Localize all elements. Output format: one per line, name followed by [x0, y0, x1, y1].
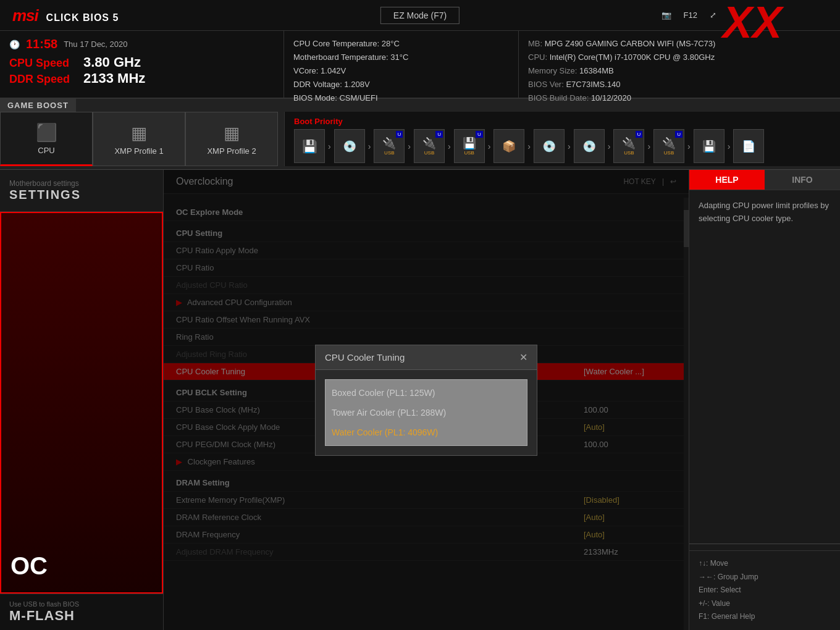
boost-tabs: ⬛ CPU ▦ XMP Profile 1 ▦ XMP Profile 2	[0, 112, 284, 166]
modal-options-box: Boxed Cooler (PL1: 125W) Tower Air Coole…	[325, 379, 527, 446]
boot-item[interactable]: U🔌USB	[414, 129, 445, 163]
f12-label: F12	[684, 10, 697, 20]
help-divider	[689, 544, 840, 544]
boot-item[interactable]: 💿	[334, 129, 365, 163]
modal-close-button[interactable]: ✕	[519, 351, 527, 363]
cpu-speed-row: CPU Speed 3.80 GHz	[9, 54, 274, 70]
ddr-speed-row: DDR Speed 2133 MHz	[9, 70, 274, 86]
settings-label: SETTINGS	[9, 188, 154, 202]
boot-arrow: ›	[687, 141, 691, 151]
ez-mode-button[interactable]: EZ Mode (F7)	[380, 7, 460, 24]
boot-item[interactable]: 💿	[534, 129, 565, 163]
option-boxed-cooler[interactable]: Boxed Cooler (PL1: 125W)	[326, 383, 527, 403]
info-left: 🕐 11:58 Thu 17 Dec, 2020 CPU Speed 3.80 …	[0, 31, 284, 98]
bios-ver-info: BIOS Ver: E7C73IMS.140	[528, 78, 831, 91]
xmp1-icon: ▦	[131, 123, 147, 143]
boot-item[interactable]: 💿	[574, 129, 605, 163]
sidebar: Motherboard settings SETTINGS OC Use USB…	[0, 170, 164, 630]
modal-title: CPU Cooler Tuning	[325, 352, 405, 363]
shortcut-group-jump: →←: Group Jump	[699, 571, 831, 584]
date-display: Thu 17 Dec, 2020	[64, 40, 127, 49]
mflash-label: M-FLASH	[9, 608, 154, 624]
fullscreen-icon[interactable]: ⤢	[710, 10, 716, 20]
ddr-speed-value: 2133 MHz	[83, 70, 145, 86]
boot-arrow: ›	[408, 141, 411, 151]
option-water-cooler[interactable]: Water Cooler (PL1: 4096W)	[326, 422, 527, 442]
cpu-speed-label: CPU Speed	[9, 57, 77, 70]
msi-logo: msi CLICK BIOS 5	[9, 6, 119, 25]
bios-name: CLICK BIOS 5	[46, 12, 119, 23]
top-right-icons: 📷 F12 ⤢	[662, 10, 716, 20]
boot-item[interactable]: U🔌USB	[653, 129, 684, 163]
info-middle: CPU Core Temperature: 28°C Motherboard T…	[284, 31, 519, 98]
sidebar-settings[interactable]: Motherboard settings SETTINGS	[0, 170, 163, 212]
boot-item[interactable]: U🔌USB	[374, 129, 405, 163]
boot-item[interactable]: 📄	[733, 129, 764, 163]
cpu-speed-value: 3.80 GHz	[83, 54, 141, 70]
boot-arrow: ›	[488, 141, 491, 151]
boost-tab-cpu[interactable]: ⬛ CPU	[0, 112, 93, 166]
boot-priority-area: Boot Priority 💾 › 💿 › U🔌USB › U🔌USB › U💾…	[284, 112, 840, 166]
memory-info: Memory Size: 16384MB	[528, 64, 831, 78]
boost-tab-xmp2[interactable]: ▦ XMP Profile 2	[185, 112, 278, 166]
game-boost-label: GAME BOOST	[0, 99, 76, 112]
main-layout: Motherboard settings SETTINGS OC Use USB…	[0, 170, 840, 630]
help-text: Adapting CPU power limit profiles by sel…	[699, 200, 831, 225]
info-tab-button[interactable]: INFO	[765, 170, 840, 190]
shortcut-value: +/-: Value	[699, 597, 831, 611]
boot-arrow: ›	[568, 141, 571, 151]
boot-priority-label: Boot Priority	[294, 117, 831, 126]
xmp2-icon: ▦	[224, 123, 240, 143]
boot-item[interactable]: U💾USB	[454, 129, 485, 163]
boot-item[interactable]: U🔌USB	[613, 129, 644, 163]
help-tab-button[interactable]: HELP	[689, 170, 765, 190]
modal-overlay: CPU Cooler Tuning ✕ Boxed Cooler (PL1: 1…	[164, 170, 689, 630]
vcore: VCore: 1.042V	[293, 64, 509, 78]
boot-item[interactable]: 💾	[694, 129, 724, 163]
help-panel: HELP INFO Adapting CPU power limit profi…	[689, 170, 840, 630]
ddr-speed-label: DDR Speed	[9, 73, 77, 86]
msi-xx-logo: XX	[723, 0, 834, 49]
boot-arrow: ›	[368, 141, 371, 151]
oc-label: OC	[10, 552, 153, 580]
main-content: Overclocking HOT KEY | ↩ OC Explore Mode…	[164, 170, 689, 630]
cpu-icon: ⬛	[36, 122, 57, 143]
help-content: Adapting CPU power limit profiles by sel…	[689, 190, 840, 537]
info-bar: 🕐 11:58 Thu 17 Dec, 2020 CPU Speed 3.80 …	[0, 31, 840, 99]
boot-item[interactable]: 📦	[494, 129, 524, 163]
ddr-voltage: DDR Voltage: 1.208V	[293, 78, 509, 91]
modal-body: Boxed Cooler (PL1: 125W) Tower Air Coole…	[316, 370, 537, 455]
modal-titlebar: CPU Cooler Tuning ✕	[316, 345, 537, 370]
sidebar-mflash[interactable]: Use USB to flash BIOS M-FLASH	[0, 594, 163, 630]
boot-arrow: ›	[608, 141, 611, 151]
bios-build-info: BIOS Build Date: 10/12/2020	[528, 91, 831, 105]
cpu-info: CPU: Intel(R) Core(TM) i7-10700K CPU @ 3…	[528, 51, 831, 64]
help-tabs: HELP INFO	[689, 170, 840, 190]
boost-tab-xmp1[interactable]: ▦ XMP Profile 1	[93, 112, 185, 166]
bios-mode: BIOS Mode: CSM/UEFI	[293, 91, 509, 105]
shortcut-general-help: F1: General Help	[699, 610, 831, 624]
boot-arrow: ›	[728, 141, 731, 151]
cpu-temp: CPU Core Temperature: 28°C	[293, 37, 509, 51]
sidebar-oc[interactable]: OC	[0, 212, 163, 594]
boost-tab-cpu-label: CPU	[38, 146, 54, 155]
shortcut-select: Enter: Select	[699, 584, 831, 597]
boot-item[interactable]: 💾	[294, 129, 325, 163]
top-bar: msi CLICK BIOS 5 EZ Mode (F7) 📷 F12 ⤢ XX	[0, 0, 840, 31]
mb-temp: Motherboard Temperature: 31°C	[293, 51, 509, 64]
boot-items: 💾 › 💿 › U🔌USB › U🔌USB › U💾USB › 📦 › 💿 › …	[294, 129, 831, 163]
time-display: 11:58	[26, 37, 57, 51]
xx-decoration: XX	[723, 0, 834, 44]
boot-arrow: ›	[527, 141, 531, 151]
cpu-cooler-dialog: CPU Cooler Tuning ✕ Boxed Cooler (PL1: 1…	[315, 345, 537, 456]
option-tower-cooler[interactable]: Tower Air Cooler (PL1: 288W)	[326, 403, 527, 422]
boost-tab-xmp1-label: XMP Profile 1	[114, 146, 163, 156]
boost-tab-xmp2-label: XMP Profile 2	[207, 146, 256, 156]
mflash-hint: Use USB to flash BIOS	[9, 600, 154, 608]
settings-hint: Motherboard settings	[9, 179, 154, 188]
boot-arrow: ›	[328, 141, 331, 151]
boot-arrow: ›	[647, 141, 650, 151]
time-row: 🕐 11:58 Thu 17 Dec, 2020	[9, 37, 274, 51]
game-boost-bar: GAME BOOST ⬛ CPU ▦ XMP Profile 1 ▦ XMP P…	[0, 99, 840, 170]
camera-icon[interactable]: 📷	[662, 10, 671, 20]
